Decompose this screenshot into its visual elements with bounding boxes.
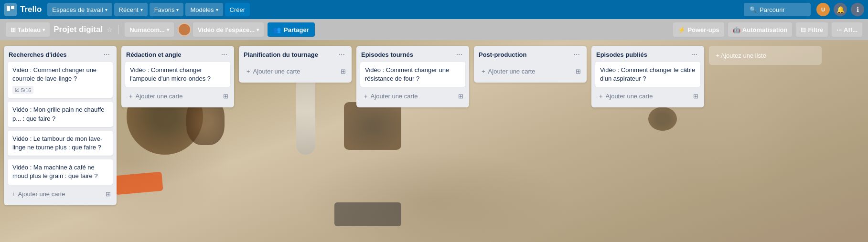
info-button[interactable]: ℹ (851, 3, 864, 16)
add-list-button[interactable]: + Ajoutez une liste (709, 46, 822, 65)
filter-button[interactable]: ⊟ Filtre (796, 22, 828, 37)
card-text: Vidéo : Le tambour de mon lave-linge ne … (12, 135, 108, 152)
search-button[interactable]: 🔍 Parcourir (744, 3, 811, 16)
list-title: Episodes publiés (596, 51, 689, 58)
template-icon: ⊞ (576, 68, 581, 75)
notifications-button[interactable]: 🔔 (834, 3, 847, 16)
create-button[interactable]: Créer (225, 3, 250, 16)
grid-icon: ⊞ (11, 26, 16, 33)
card-text: Vidéo : Comment changer le câble d'un as… (600, 66, 696, 83)
add-card-icon-button[interactable]: ⊞ (103, 189, 114, 200)
plus-icon: + (364, 93, 368, 100)
list-menu-button[interactable]: ··· (689, 50, 699, 59)
list-menu-button[interactable]: ··· (219, 50, 229, 59)
chevron-down-icon: ▾ (105, 7, 107, 12)
add-card-icon-button[interactable]: ⊞ (455, 91, 466, 102)
user-avatar[interactable]: U (816, 3, 830, 16)
list-recherches: Recherches d'idées···Vidéo : Comment cha… (4, 46, 117, 205)
add-card-label: Ajouter une carte (606, 93, 653, 100)
workspace-button[interactable]: Numacom... ▾ (125, 22, 174, 37)
plus-icon: + (482, 68, 485, 75)
automation-button[interactable]: 🤖 Automatisation (728, 22, 793, 37)
list-post-production: Post-production···+ Ajouter une carte⊞ (474, 46, 587, 83)
svg-rect-0 (7, 6, 10, 11)
plus-icon: + (11, 190, 15, 198)
favorites-button[interactable]: Favoris ▾ (150, 3, 184, 16)
star-icon[interactable]: ☆ (107, 26, 113, 33)
list-menu-button[interactable]: ··· (102, 50, 112, 59)
add-card-button[interactable]: + Ajouter une carte (124, 89, 220, 104)
powerups-button[interactable]: ⚡ Power-ups (673, 22, 724, 37)
chevron-down-icon: ▾ (167, 27, 169, 32)
chevron-down-icon: ▾ (140, 7, 143, 12)
search-icon: 🔍 (750, 6, 757, 13)
add-card-icon-button[interactable]: ⊞ (338, 66, 349, 77)
filter-icon: ⊟ (801, 26, 806, 33)
add-card-label: Ajouter une carte (371, 93, 418, 100)
template-icon: ⊞ (693, 93, 698, 100)
add-card-label: Ajouter une carte (18, 190, 65, 198)
add-card-row: + Ajouter une carte⊞ (356, 87, 469, 107)
card[interactable]: Vidéo : Ma machine à café ne moud plus l… (8, 159, 113, 184)
chevron-down-icon: ▾ (216, 7, 218, 12)
list-cards: Vidéo : Comment changer l'ampoule d'un m… (121, 62, 234, 87)
card[interactable]: Vidéo : Comment changer une résistance d… (360, 62, 465, 87)
board-title: Projet digital (54, 25, 103, 34)
list-header: Planification du tournage··· (239, 46, 352, 62)
add-card-row: + Ajouter une carte⊞ (591, 87, 704, 107)
add-card-button[interactable]: + Ajouter une carte (594, 89, 690, 104)
list-menu-button[interactable]: ··· (454, 50, 464, 59)
list-header: Recherches d'idées··· (4, 46, 117, 62)
workspaces-button[interactable]: Espaces de travail ▾ (47, 3, 112, 16)
board-wrapper: Recherches d'idées···Vidéo : Comment cha… (0, 40, 868, 242)
list-planification: Planification du tournage···+ Ajouter un… (239, 46, 352, 83)
card-text: Vidéo : Ma machine à café ne moud plus l… (12, 163, 108, 180)
list-episodes-publies: Episodes publiés···Vidéo : Comment chang… (591, 46, 704, 107)
plus-icon: + (129, 93, 133, 100)
lightning-icon: ⚡ (678, 26, 686, 33)
list-header: Episodes tournés··· (356, 46, 469, 62)
card[interactable]: Vidéo : Comment changer le câble d'un as… (595, 62, 700, 87)
share-button[interactable]: 👥 Partager (268, 22, 315, 37)
card[interactable]: Vidéo : Le tambour de mon lave-linge ne … (8, 131, 113, 156)
member-avatar[interactable] (178, 23, 191, 36)
plus-icon: + (246, 68, 250, 75)
list-header: Rédaction et angle··· (121, 46, 234, 62)
chevron-down-icon: ▾ (43, 27, 45, 32)
card[interactable]: Vidéo : Comment changer l'ampoule d'un m… (125, 62, 230, 87)
top-navigation: Trello Espaces de travail ▾ Récent ▾ Fav… (0, 0, 868, 19)
add-card-row: + Ajouter une carte⊞ (239, 62, 352, 83)
add-card-icon-button[interactable]: ⊞ (573, 66, 584, 77)
add-card-icon-button[interactable]: ⊞ (220, 91, 231, 102)
models-button[interactable]: Modèles ▾ (185, 3, 223, 16)
card[interactable]: Vidéo : Comment changer une courroie de … (8, 62, 113, 98)
add-card-icon-button[interactable]: ⊞ (690, 91, 701, 102)
template-icon: ⊞ (341, 68, 346, 75)
list-menu-button[interactable]: ··· (337, 50, 347, 59)
card-text: Vidéo : Mon grille pain ne chauffe p... … (12, 105, 108, 123)
list-title: Episodes tournés (361, 51, 454, 58)
card[interactable]: Vidéo : Mon grille pain ne chauffe p... … (8, 102, 113, 126)
robot-icon: 🤖 (733, 26, 740, 33)
list-redaction: Rédaction et angle···Vidéo : Comment cha… (121, 46, 234, 107)
add-card-button[interactable]: + Ajouter une carte (242, 64, 338, 79)
card-badge: ☑ 5/16 (12, 86, 33, 94)
list-cards: Vidéo : Comment changer le câble d'un as… (591, 62, 704, 87)
display-button[interactable]: ··· Aff... (832, 22, 862, 37)
card-text: Vidéo : Comment changer l'ampoule d'un m… (130, 66, 225, 83)
list-title: Post-production (479, 51, 572, 58)
template-icon: ⊞ (106, 190, 111, 198)
list-menu-button[interactable]: ··· (572, 50, 582, 59)
chevron-down-icon: ▾ (176, 7, 179, 12)
add-card-row: + Ajouter une carte⊞ (474, 62, 587, 83)
chevron-down-icon: ▾ (257, 27, 259, 32)
add-card-button[interactable]: + Ajouter une carte (359, 89, 455, 104)
recent-button[interactable]: Récent ▾ (114, 3, 148, 16)
list-cards: Vidéo : Comment changer une courroie de … (4, 62, 117, 185)
add-card-button[interactable]: + Ajouter une carte (7, 187, 103, 201)
board-view-button[interactable]: ⊞ Tableau ▾ (6, 22, 50, 37)
add-card-row: + Ajouter une carte⊞ (121, 87, 234, 107)
add-card-label: Ajouter une carte (253, 68, 300, 75)
member-button[interactable]: Vidéo de l'espace... ▾ (193, 22, 264, 37)
add-card-button[interactable]: + Ajouter une carte (477, 64, 573, 79)
